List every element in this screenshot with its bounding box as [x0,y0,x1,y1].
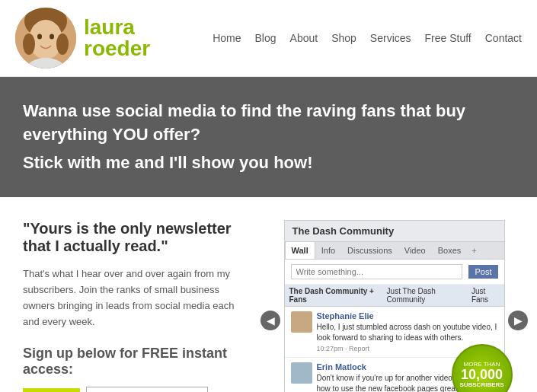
nav-services[interactable]: Services [370,32,411,44]
svg-point-7 [56,33,69,55]
logo-first-name: laura [84,17,150,38]
carousel-content: The Dash Community Wall Info Discussions… [284,220,505,392]
logo-area: laura roeder [15,8,150,69]
nav-contact[interactable]: Contact [485,32,522,44]
main-content: "Yours is the only newsletter that I act… [0,197,537,392]
fb-post-1-avatar [291,311,312,333]
fb-write-box: Post [285,260,504,285]
fb-tab-discussions[interactable]: Discussions [341,242,398,259]
nav-shop[interactable]: Shop [331,32,356,44]
main-description: That's what I hear over and over again f… [23,266,251,330]
nav-blog[interactable]: Blog [255,32,276,44]
fb-tab-boxes[interactable]: Boxes [432,242,468,259]
left-column: "Yours is the only newsletter that I act… [23,220,251,392]
fb-fan-tab-fans[interactable]: Just Fans [467,285,504,306]
hero-line1: Wanna use social media to find the ravin… [23,100,514,147]
svg-point-4 [50,34,54,40]
fb-post-button[interactable]: Post [468,265,497,279]
firstname-label: First Name [23,388,80,392]
nav-home[interactable]: Home [213,32,241,44]
fb-community-name: The Dash Community [285,221,504,242]
badge-number: 10,000 [461,368,503,381]
hero-line2: Stick with me and I'll show you how! [23,151,514,175]
fb-tab-video[interactable]: Video [398,242,432,259]
firstname-input[interactable] [86,387,208,392]
svg-point-6 [23,33,35,55]
nav-about[interactable]: About [290,32,318,44]
fb-tabs: Wall Info Discussions Video Boxes + [285,242,504,260]
right-column: ◀ The Dash Community Wall Info Discussio… [274,220,514,392]
fb-tab-wall[interactable]: Wall [285,242,315,259]
firstname-row: First Name [23,387,251,392]
fb-post-2-avatar [291,362,312,384]
carousel-next[interactable]: ▶ [508,311,528,330]
fb-post-1-name[interactable]: Stephanie Elie [317,311,498,320]
hero-banner: Wanna use social media to find the ravin… [0,77,537,197]
avatar [15,8,76,69]
logo-last-name: roeder [84,38,150,59]
carousel-prev[interactable]: ◀ [261,311,280,330]
svg-point-3 [37,34,42,40]
fb-fan-tab-community[interactable]: The Dash Community + Fans [285,285,382,306]
fb-tab-plus[interactable]: + [467,242,481,259]
fb-fan-tabs: The Dash Community + Fans Just The Dash … [285,285,504,307]
fb-tab-info[interactable]: Info [315,242,341,259]
fb-write-input[interactable] [291,264,463,279]
main-headline: "Yours is the only newsletter that I act… [23,220,251,255]
fb-fan-tab-dash[interactable]: Just The Dash Community [382,285,467,306]
main-nav: Home Blog About Shop Services Free Stuff… [213,32,522,44]
header: laura roeder Home Blog About Shop Servic… [0,0,537,77]
nav-freestuff[interactable]: Free Stuff [425,32,471,44]
fb-post-1-text: Hello, I just stumbled across dash on yo… [317,322,498,343]
signup-title: Sign up below for FREE instant access: [23,346,251,378]
badge-subscribers-text: SUBSCRIBERS [459,381,503,388]
logo-text: laura roeder [84,17,150,59]
